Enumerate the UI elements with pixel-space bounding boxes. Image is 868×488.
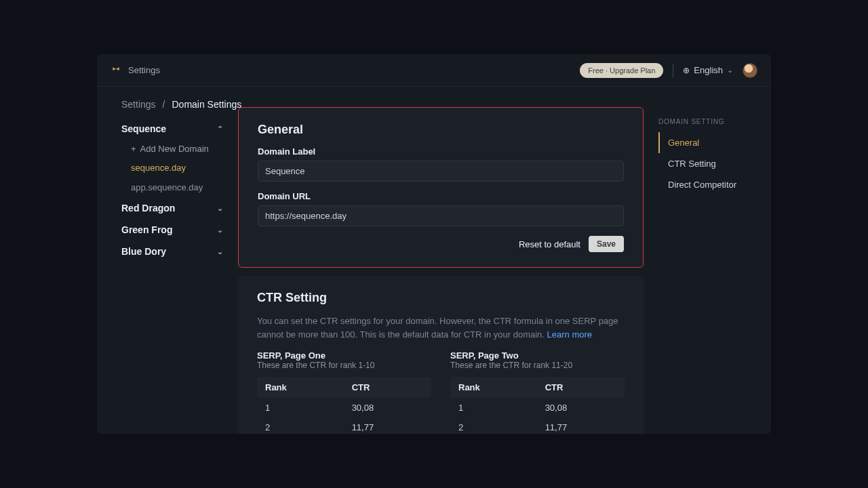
table-row: 211,77 <box>257 418 431 434</box>
serp-page-one-title: SERP, Page One <box>257 350 431 361</box>
upgrade-plan-button[interactable]: Free · Upgrade Plan <box>580 63 663 78</box>
language-selector[interactable]: ⊕ English ⌄ <box>683 65 733 75</box>
table-header-ctr: CTR <box>344 377 431 398</box>
serp-page-one: SERP, Page One These are the CTR for ran… <box>257 350 431 434</box>
app-window: Settings Free · Upgrade Plan ⊕ English ⌄… <box>97 54 771 434</box>
serp-page-two-table: RankCTR 130,08 211,77 36,13 44,42 <box>450 377 625 434</box>
chevron-down-icon: ⌄ <box>217 204 223 213</box>
serp-page-two: SERP, Page Two These are the CTR for ran… <box>450 350 625 434</box>
chevron-up-icon: ⌃ <box>217 125 223 134</box>
header-right: Free · Upgrade Plan ⊕ English ⌄ <box>580 63 757 78</box>
header-left: Settings <box>111 65 160 76</box>
language-label: English <box>694 65 723 75</box>
avatar[interactable] <box>743 63 757 78</box>
sidebar-group-label: Red Dragon <box>121 203 175 214</box>
main: General Domain Label Domain URL Reset to… <box>238 99 644 434</box>
ctr-title: CTR Setting <box>257 291 625 305</box>
table-header-ctr: CTR <box>537 377 625 398</box>
globe-icon: ⊕ <box>683 66 690 75</box>
serp-page-two-subtitle: These are the CTR for rank 11-20 <box>450 361 625 370</box>
domain-label-input[interactable] <box>258 161 624 182</box>
reset-to-default-button[interactable]: Reset to default <box>519 239 580 249</box>
serp-page-one-table: RankCTR 130,08 211,77 36,13 44,42 <box>257 377 431 434</box>
app-logo-icon <box>111 65 121 76</box>
serp-page-one-subtitle: These are the CTR for rank 1-10 <box>257 361 431 370</box>
section-nav-ctr-setting[interactable]: CTR Setting <box>658 153 747 174</box>
learn-more-link[interactable]: Learn more <box>547 329 592 340</box>
save-button[interactable]: Save <box>589 236 624 252</box>
sidebar-group-label: Blue Dory <box>121 246 166 257</box>
sidebar: Sequence ⌃ + Add New Domain sequence.day… <box>121 99 223 434</box>
section-nav-direct-competitor[interactable]: Direct Competitor <box>658 174 747 195</box>
breadcrumb: Settings / Domain Settings <box>121 99 241 110</box>
chevron-down-icon: ⌄ <box>217 226 223 235</box>
section-nav-label: DOMAIN SETTING <box>658 118 747 125</box>
header: Settings Free · Upgrade Plan ⊕ English ⌄ <box>97 54 771 87</box>
general-title: General <box>258 123 624 137</box>
serp-page-two-title: SERP, Page Two <box>450 350 625 361</box>
breadcrumb-current: Domain Settings <box>172 99 241 110</box>
add-new-domain-label: Add New Domain <box>140 144 209 154</box>
ctr-description: You can set the CTR settings for your do… <box>257 314 625 341</box>
ctr-panel: CTR Setting You can set the CTR settings… <box>238 276 644 434</box>
header-title: Settings <box>128 65 160 75</box>
sidebar-item-app-sequence-day[interactable]: app.sequence.day <box>131 178 223 197</box>
sidebar-group-red-dragon[interactable]: Red Dragon ⌄ <box>121 197 223 219</box>
breadcrumb-root[interactable]: Settings <box>121 99 156 110</box>
sidebar-group-sequence[interactable]: Sequence ⌃ <box>121 118 223 140</box>
domain-url-label: Domain URL <box>258 191 624 201</box>
plus-icon: + <box>131 144 136 154</box>
content: Sequence ⌃ + Add New Domain sequence.day… <box>97 87 771 434</box>
table-row: 130,08 <box>257 398 431 418</box>
breadcrumb-separator: / <box>163 99 165 110</box>
table-row: 130,08 <box>450 398 625 418</box>
sidebar-item-sequence-day[interactable]: sequence.day <box>131 158 223 178</box>
domain-url-input[interactable] <box>258 205 624 226</box>
table-row: 211,77 <box>450 418 625 434</box>
add-new-domain-button[interactable]: + Add New Domain <box>131 140 223 158</box>
domain-label-label: Domain Label <box>258 146 624 157</box>
section-nav-general[interactable]: General <box>658 132 747 153</box>
table-header-rank: Rank <box>257 377 344 398</box>
sidebar-group-green-frog[interactable]: Green Frog ⌄ <box>121 219 223 241</box>
sidebar-group-label: Sequence <box>121 123 166 134</box>
chevron-down-icon: ⌄ <box>217 247 223 256</box>
section-nav: DOMAIN SETTING General CTR Setting Direc… <box>658 99 747 434</box>
general-panel: General Domain Label Domain URL Reset to… <box>238 107 644 268</box>
divider <box>673 64 673 77</box>
sidebar-group-label: Green Frog <box>121 224 172 235</box>
sidebar-group-blue-dory[interactable]: Blue Dory ⌄ <box>121 241 223 262</box>
table-header-rank: Rank <box>450 377 537 398</box>
chevron-down-icon: ⌄ <box>727 66 733 75</box>
